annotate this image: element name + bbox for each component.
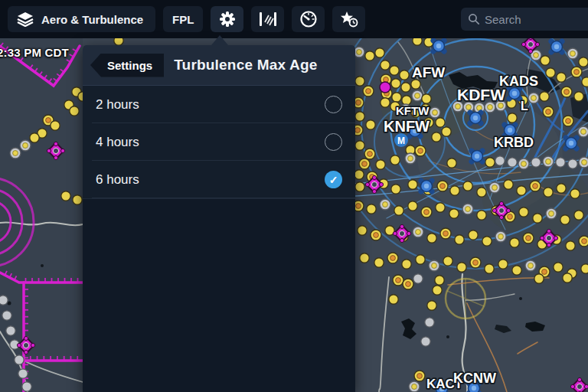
map-label: KNFW bbox=[384, 118, 430, 135]
settings-back-label: Settings bbox=[107, 59, 152, 72]
airport-icon bbox=[421, 181, 433, 192]
map-label: KCNW bbox=[453, 371, 496, 386]
toolbar: Aero & Turbulence FPL bbox=[0, 0, 588, 38]
airport-icon bbox=[566, 138, 577, 149]
panel-empty-area bbox=[83, 198, 355, 392]
search-box[interactable] bbox=[461, 8, 588, 31]
option-row-2-hours[interactable]: 2 hours bbox=[83, 86, 355, 123]
layers-button[interactable]: Aero & Turbulence bbox=[8, 6, 155, 32]
fpl-button-label: FPL bbox=[172, 13, 194, 26]
radio-2-hours[interactable] bbox=[325, 96, 342, 113]
m-marker-icon: M bbox=[394, 133, 408, 147]
map-label: KFTW bbox=[396, 104, 430, 117]
fpl-button[interactable]: FPL bbox=[163, 6, 203, 32]
app-window: M AFWKADSKDFWKFTWKNFWLKRBDKACTKCNW 2:33 … bbox=[0, 0, 588, 392]
radio-6-hours[interactable] bbox=[325, 171, 342, 188]
settings-gear-button[interactable] bbox=[211, 6, 243, 32]
option-row-6-hours[interactable]: 6 hours bbox=[83, 161, 355, 198]
layers-icon bbox=[17, 11, 34, 27]
map-time-label: 2:33 PM CDT bbox=[0, 46, 69, 59]
map-label: L bbox=[521, 100, 528, 113]
panel-title: Turbulence Max Age bbox=[174, 57, 317, 74]
map-label: AFW bbox=[412, 64, 445, 80]
airport-icon bbox=[472, 151, 483, 162]
star-clock-icon bbox=[339, 10, 359, 28]
search-input[interactable] bbox=[461, 8, 588, 31]
airport-icon bbox=[551, 41, 563, 53]
svg-text:M: M bbox=[397, 136, 405, 146]
turbulence-icon bbox=[258, 10, 278, 28]
layers-button-label: Aero & Turbulence bbox=[41, 13, 143, 26]
map-label: KRBD bbox=[494, 135, 534, 150]
airport-icon bbox=[509, 88, 521, 100]
map-label: KDFW bbox=[457, 86, 505, 103]
option-row-4-hours[interactable]: 4 hours bbox=[83, 123, 355, 161]
radio-4-hours[interactable] bbox=[325, 133, 342, 151]
option-label: 4 hours bbox=[96, 135, 139, 150]
settings-panel: Settings Turbulence Max Age 2 hours 4 ho… bbox=[83, 45, 355, 392]
settings-back-button[interactable]: Settings bbox=[90, 54, 164, 77]
option-label: 6 hours bbox=[96, 172, 139, 188]
gear-icon bbox=[218, 10, 237, 28]
option-label: 2 hours bbox=[96, 97, 139, 113]
airport-icon bbox=[470, 113, 482, 124]
gauge-button[interactable] bbox=[292, 6, 325, 32]
turbulence-layer-button[interactable] bbox=[251, 6, 284, 32]
panel-pointer bbox=[211, 35, 228, 45]
favorites-recent-button[interactable] bbox=[332, 6, 365, 32]
airport-icon bbox=[433, 41, 445, 52]
gauge-icon bbox=[299, 10, 318, 28]
panel-header: Settings Turbulence Max Age bbox=[83, 45, 355, 86]
